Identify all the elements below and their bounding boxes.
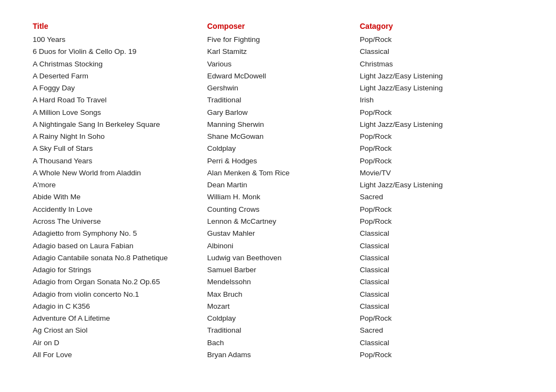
cell-composer: Perri & Hodges: [207, 155, 360, 167]
cell-category: Pop/Rock: [360, 349, 496, 361]
cell-category: Pop/Rock: [360, 131, 496, 143]
cell-category: Classical: [360, 276, 496, 288]
cell-title: Adventure Of A Lifetime: [33, 313, 207, 324]
cell-composer: Bach: [207, 337, 360, 349]
cell-composer: Coldplay: [207, 313, 360, 324]
table-row: A'moreDean MartinLight Jazz/Easy Listeni…: [33, 179, 523, 191]
cell-category: Pop/Rock: [360, 216, 496, 228]
cell-title: A Deserted Farm: [33, 70, 207, 82]
cell-category: Classical: [360, 46, 496, 58]
cell-category: Pop/Rock: [360, 313, 496, 324]
cell-category: Pop/Rock: [360, 34, 496, 46]
cell-title: Adagio from Organ Sonata No.2 Op.65: [33, 276, 207, 288]
cell-title: A Christmas Stocking: [33, 58, 207, 70]
cell-title: Accidently In Love: [33, 204, 207, 216]
cell-composer: Traditional: [207, 94, 360, 106]
cell-category: Light Jazz/Easy Listening: [360, 70, 496, 82]
cell-title: Air on D: [33, 337, 207, 349]
cell-composer: Various: [207, 58, 360, 70]
cell-composer: William H. Monk: [207, 191, 360, 203]
cell-category: Classical: [360, 337, 496, 349]
table-row: A Deserted FarmEdward McDowellLight Jazz…: [33, 70, 523, 82]
cell-category: Light Jazz/Easy Listening: [360, 82, 496, 94]
table-row: Abide With MeWilliam H. MonkSacred: [33, 191, 523, 203]
cell-category: Light Jazz/Easy Listening: [360, 179, 496, 191]
cell-title: All For Love: [33, 349, 207, 361]
cell-category: Pop/Rock: [360, 107, 496, 119]
table-row: A Foggy DayGershwinLight Jazz/Easy Liste…: [33, 82, 523, 94]
cell-title: A Hard Road To Travel: [33, 94, 207, 106]
cell-category: Classical: [360, 240, 496, 252]
cell-title: Adagio from violin concerto No.1: [33, 289, 207, 301]
table-row: Adagio in C K356MozartClassical: [33, 301, 523, 313]
cell-title: 100 Years: [33, 34, 207, 46]
table-row: A Christmas StockingVariousChristmas: [33, 58, 523, 70]
table-header: Title Composer Catagory: [33, 22, 523, 30]
cell-category: Sacred: [360, 191, 496, 203]
cell-title: A Million Love Songs: [33, 107, 207, 119]
cell-composer: Gershwin: [207, 82, 360, 94]
cell-title: Adagio based on Laura Fabian: [33, 240, 207, 252]
cell-composer: Manning Sherwin: [207, 119, 360, 131]
table-row: 100 YearsFive for FightingPop/Rock: [33, 34, 523, 46]
cell-category: Classical: [360, 228, 496, 240]
table-row: Adagio for StringsSamuel BarberClassical: [33, 264, 523, 276]
header-composer: Composer: [207, 22, 360, 30]
cell-category: Classical: [360, 301, 496, 313]
cell-category: Christmas: [360, 58, 496, 70]
cell-title: Abide With Me: [33, 191, 207, 203]
table-row: Across The UniverseLennon & McCartneyPop…: [33, 216, 523, 228]
table-row: Air on DBachClassical: [33, 337, 523, 349]
table-row: A Million Love SongsGary BarlowPop/Rock: [33, 107, 523, 119]
cell-title: A Rainy Night In Soho: [33, 131, 207, 143]
cell-composer: Ludwig van Beethoven: [207, 252, 360, 264]
music-table: Title Composer Catagory 100 YearsFive fo…: [33, 22, 523, 361]
cell-composer: Gustav Mahler: [207, 228, 360, 240]
cell-composer: Counting Crows: [207, 204, 360, 216]
table-row: A Whole New World from AladdinAlan Menke…: [33, 167, 523, 179]
table-body: 100 YearsFive for FightingPop/Rock6 Duos…: [33, 34, 523, 361]
cell-composer: Traditional: [207, 324, 360, 336]
table-row: Accidently In LoveCounting CrowsPop/Rock: [33, 204, 523, 216]
cell-title: A Foggy Day: [33, 82, 207, 94]
table-row: Adventure Of A LifetimeColdplayPop/Rock: [33, 313, 523, 324]
cell-category: Movie/TV: [360, 167, 496, 179]
cell-title: Adagio in C K356: [33, 301, 207, 313]
cell-title: Adagio Cantabile sonata No.8 Pathetique: [33, 252, 207, 264]
cell-composer: Gary Barlow: [207, 107, 360, 119]
cell-composer: Alan Menken & Tom Rice: [207, 167, 360, 179]
table-row: A Thousand YearsPerri & HodgesPop/Rock: [33, 155, 523, 167]
cell-category: Pop/Rock: [360, 204, 496, 216]
cell-title: 6 Duos for Violin & Cello Op. 19: [33, 46, 207, 58]
cell-category: Classical: [360, 289, 496, 301]
table-row: Adagio from violin concerto No.1Max Bruc…: [33, 289, 523, 301]
cell-composer: Shane McGowan: [207, 131, 360, 143]
cell-category: Light Jazz/Easy Listening: [360, 119, 496, 131]
table-row: Adagio based on Laura FabianAlbinoniClas…: [33, 240, 523, 252]
cell-composer: Karl Stamitz: [207, 46, 360, 58]
cell-title: Ag Criost an Siol: [33, 324, 207, 336]
header-category: Catagory: [360, 22, 496, 30]
cell-title: Adagietto from Symphony No. 5: [33, 228, 207, 240]
cell-composer: Albinoni: [207, 240, 360, 252]
header-title: Title: [33, 22, 207, 30]
cell-title: Adagio for Strings: [33, 264, 207, 276]
cell-composer: Lennon & McCartney: [207, 216, 360, 228]
cell-title: Across The Universe: [33, 216, 207, 228]
table-row: A Hard Road To TravelTraditionalIrish: [33, 94, 523, 106]
cell-category: Sacred: [360, 324, 496, 336]
table-row: 6 Duos for Violin & Cello Op. 19Karl Sta…: [33, 46, 523, 58]
cell-composer: Mendelssohn: [207, 276, 360, 288]
table-row: A Rainy Night In SohoShane McGowanPop/Ro…: [33, 131, 523, 143]
cell-composer: Samuel Barber: [207, 264, 360, 276]
cell-composer: Dean Martin: [207, 179, 360, 191]
table-row: Adagio from Organ Sonata No.2 Op.65Mende…: [33, 276, 523, 288]
cell-composer: Mozart: [207, 301, 360, 313]
table-row: All For LoveBryan AdamsPop/Rock: [33, 349, 523, 361]
cell-title: A'more: [33, 179, 207, 191]
table-row: Ag Criost an SiolTraditionalSacred: [33, 324, 523, 336]
cell-category: Pop/Rock: [360, 155, 496, 167]
cell-category: Pop/Rock: [360, 143, 496, 155]
table-row: A Sky Full of StarsColdplayPop/Rock: [33, 143, 523, 155]
cell-composer: Edward McDowell: [207, 70, 360, 82]
